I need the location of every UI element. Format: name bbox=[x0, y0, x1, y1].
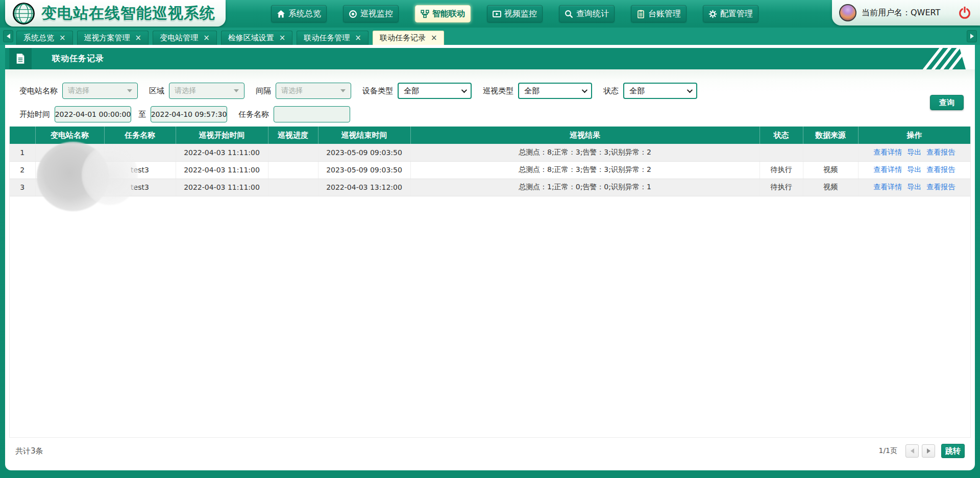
page-title-bar: 联动任务记录 bbox=[5, 48, 975, 69]
patrol-type-select[interactable]: 全部 bbox=[518, 83, 592, 99]
patrol-type-filter-label: 巡视类型 bbox=[483, 86, 513, 96]
cell-result: 总测点：8;正常：3;告警：3;识别异常：2 bbox=[410, 144, 760, 161]
cell-status: 待执行 bbox=[760, 161, 803, 179]
user-avatar[interactable] bbox=[839, 4, 856, 21]
export-link[interactable]: 导出 bbox=[907, 148, 921, 156]
video-icon bbox=[493, 10, 501, 18]
station-select[interactable]: 请选择 bbox=[62, 83, 138, 99]
cell-source: 视频 bbox=[803, 161, 858, 179]
cell-progress bbox=[268, 161, 318, 179]
logout-power-icon[interactable] bbox=[959, 7, 971, 19]
pagination-prev-button[interactable] bbox=[905, 444, 919, 458]
linkage-task-record-table: 变电站名称 任务名称 巡视开始时间 巡视进度 巡视结束时间 巡视结果 状态 数据… bbox=[10, 127, 970, 196]
pagination-next-button[interactable] bbox=[922, 444, 935, 458]
nav-video-monitor[interactable]: 视频监控 bbox=[487, 5, 543, 22]
cell-actions: 查看详情导出查看报告 bbox=[858, 144, 970, 161]
nav-config-management[interactable]: 配置管理 bbox=[703, 5, 758, 22]
chevron-down-icon bbox=[127, 89, 132, 92]
view-report-link[interactable]: 查看报告 bbox=[926, 183, 955, 191]
search-icon bbox=[565, 10, 573, 18]
app-logo-icon bbox=[12, 2, 35, 25]
logo-panel: 变电站在线智能巡视系统 bbox=[5, 0, 226, 27]
page-title: 联动任务记录 bbox=[52, 48, 104, 69]
chevron-down-icon bbox=[582, 87, 587, 93]
status-filter-label: 状态 bbox=[603, 86, 619, 96]
cell-source: 视频 bbox=[803, 179, 858, 196]
close-icon[interactable]: × bbox=[355, 34, 361, 42]
tab-system-overview[interactable]: 系统总览× bbox=[16, 31, 73, 45]
nav-system-overview[interactable]: 系统总览 bbox=[271, 5, 327, 22]
tab-patrol-plan-management[interactable]: 巡视方案管理× bbox=[77, 31, 149, 45]
query-button[interactable]: 查询 bbox=[930, 95, 964, 110]
nav-ledger-management[interactable]: 台账管理 bbox=[631, 5, 687, 22]
table-row: 3 test3 2022-04-03 11:11:00 2022-04-03 1… bbox=[10, 179, 970, 196]
area-select[interactable]: 请选择 bbox=[169, 83, 244, 99]
page-indicator: 1/1页 bbox=[878, 446, 897, 456]
view-detail-link[interactable]: 查看详情 bbox=[873, 183, 902, 191]
chevron-down-icon bbox=[340, 89, 346, 92]
nav-smart-linkage[interactable]: 智能联动 bbox=[415, 5, 471, 22]
export-link[interactable]: 导出 bbox=[907, 165, 921, 173]
area-filter-label: 区域 bbox=[149, 86, 164, 96]
tab-scroll-left-button[interactable] bbox=[3, 30, 13, 42]
username: QWERT bbox=[911, 8, 940, 17]
app-header: 变电站在线智能巡视系统 系统总览 巡视监控 智能联动 视频监控 查询统计 bbox=[0, 0, 980, 28]
cell-task: test3 bbox=[104, 179, 176, 196]
row-index: 1 bbox=[10, 144, 35, 161]
chevron-right-icon bbox=[927, 448, 930, 454]
station-filter-label: 变电站名称 bbox=[19, 86, 58, 96]
cell-actions: 查看详情导出查看报告 bbox=[858, 179, 970, 196]
home-icon bbox=[277, 10, 285, 18]
chevron-down-icon bbox=[234, 89, 239, 92]
table-header-row: 变电站名称 任务名称 巡视开始时间 巡视进度 巡视结束时间 巡视结果 状态 数据… bbox=[10, 127, 970, 144]
nav-patrol-monitor[interactable]: 巡视监控 bbox=[343, 5, 399, 22]
gear-icon bbox=[708, 10, 717, 18]
tab-substation-management[interactable]: 变电站管理× bbox=[153, 31, 217, 45]
nav-query-statistics[interactable]: 查询统计 bbox=[559, 5, 615, 22]
view-detail-link[interactable]: 查看详情 bbox=[873, 165, 902, 173]
user-panel: 当前用户名：QWERT bbox=[832, 0, 980, 26]
bay-filter-label: 间隔 bbox=[256, 86, 271, 96]
cell-start-time: 2022-04-03 11:11:00 bbox=[176, 144, 268, 161]
cell-result: 总测点：8;正常：3;告警：3;识别异常：2 bbox=[410, 161, 760, 179]
table-region: 变电站名称 任务名称 巡视开始时间 巡视进度 巡视结束时间 巡视结果 状态 数据… bbox=[9, 127, 971, 438]
cell-task: test3 bbox=[104, 161, 176, 179]
cell-station bbox=[35, 144, 104, 161]
close-icon[interactable]: × bbox=[431, 34, 437, 42]
device-type-select[interactable]: 全部 bbox=[398, 83, 472, 99]
end-time-input[interactable]: 2022-04-10 09:57:30 bbox=[151, 106, 227, 122]
cell-progress bbox=[268, 144, 318, 161]
cell-end-time: 2022-04-03 13:12:00 bbox=[318, 179, 410, 196]
close-icon[interactable]: × bbox=[135, 34, 142, 42]
chevron-left-icon bbox=[7, 34, 10, 39]
start-time-input[interactable]: 2022-04-01 00:00:00 bbox=[55, 106, 131, 122]
close-icon[interactable]: × bbox=[59, 34, 66, 42]
bay-select[interactable]: 请选择 bbox=[276, 83, 351, 99]
close-icon[interactable]: × bbox=[279, 34, 286, 42]
tab-scroll-right-button[interactable] bbox=[967, 30, 977, 42]
view-report-link[interactable]: 查看报告 bbox=[926, 165, 955, 173]
jump-button[interactable]: 跳转 bbox=[941, 444, 965, 458]
view-report-link[interactable]: 查看报告 bbox=[926, 148, 955, 156]
view-detail-link[interactable]: 查看详情 bbox=[873, 148, 902, 156]
eye-icon bbox=[349, 10, 357, 18]
main-nav: 系统总览 巡视监控 智能联动 视频监控 查询统计 台账管理 bbox=[271, 5, 758, 22]
cell-station bbox=[35, 161, 104, 179]
task-name-input[interactable] bbox=[274, 106, 350, 122]
ledger-icon bbox=[636, 10, 645, 18]
cell-start-time: 2022-04-03 11:11:00 bbox=[176, 161, 268, 179]
cell-status bbox=[760, 144, 803, 161]
linkage-icon bbox=[421, 10, 429, 18]
row-index: 2 bbox=[10, 161, 35, 179]
cell-station bbox=[35, 179, 104, 196]
tab-linkage-task-record[interactable]: 联动任务记录× bbox=[373, 31, 445, 45]
chevron-right-icon bbox=[970, 34, 974, 39]
tab-linkage-task-management[interactable]: 联动任务管理× bbox=[297, 31, 369, 45]
device-type-filter-label: 设备类型 bbox=[362, 86, 393, 96]
tab-maintenance-area-settings[interactable]: 检修区域设置× bbox=[221, 31, 293, 45]
status-select[interactable]: 全部 bbox=[623, 83, 697, 99]
export-link[interactable]: 导出 bbox=[907, 183, 921, 191]
close-icon[interactable]: × bbox=[203, 34, 210, 42]
task-name-label: 任务名称 bbox=[238, 110, 269, 119]
cell-status: 待执行 bbox=[760, 179, 803, 196]
